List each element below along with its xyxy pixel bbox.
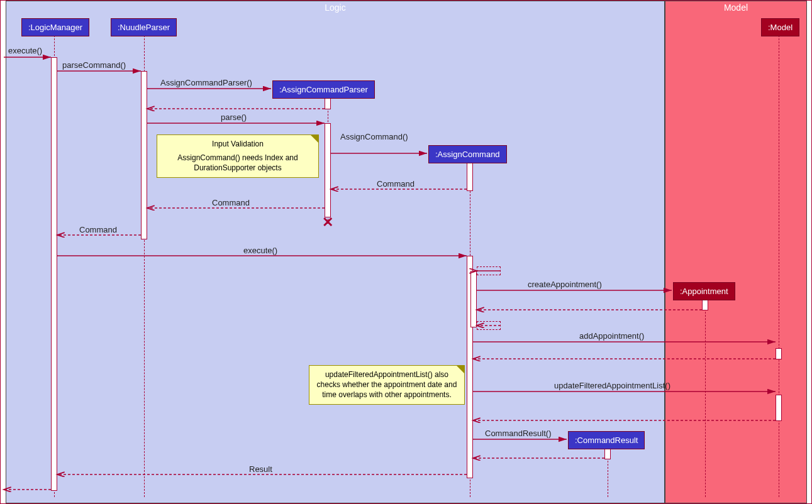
participant-logic-manager: :LogicManager — [21, 18, 89, 36]
activation-command-result — [604, 448, 611, 459]
participant-assign-command: :AssignCommand — [428, 145, 507, 163]
msg-parsecommand: parseCommand() — [62, 60, 126, 70]
participant-assign-command-parser: :AssignCommandParser — [272, 80, 375, 99]
note-update-filtered: updateFilteredAppointmentList() also che… — [309, 365, 465, 405]
participant-model: :Model — [761, 18, 799, 36]
participant-nuudle-parser: :NuudleParser — [111, 18, 177, 36]
activation-assign-command-nested — [470, 271, 477, 327]
lifeline-appointment — [705, 299, 706, 497]
activation-assign-command-1 — [467, 163, 473, 191]
participant-command-result: :CommandResult — [568, 431, 645, 449]
self-call-box-start — [477, 266, 501, 275]
msg-assign-parser-ctor: AssignCommandParser() — [160, 78, 252, 87]
msg-assign-command-ctor: AssignCommand() — [340, 132, 408, 141]
msg-command-3: Command — [79, 225, 117, 234]
lifeline-model — [779, 35, 779, 497]
activation-assign-parser-1 — [325, 98, 331, 109]
activation-appointment — [702, 299, 708, 310]
activation-assign-parser-2 — [325, 123, 331, 217]
msg-create-appointment: createAppointment() — [528, 280, 602, 289]
msg-parse: parse() — [221, 112, 247, 122]
msg-update-filtered: updateFilteredAppointmentList() — [554, 381, 670, 390]
partition-model-title: Model — [665, 1, 806, 14]
msg-execute: execute() — [8, 46, 42, 55]
activation-nuudle-parser — [141, 71, 147, 239]
partition-model: Model — [665, 1, 807, 503]
sequence-diagram: Logic Model :LogicManager :NuudleParser … — [0, 0, 812, 504]
self-call-box-end — [477, 321, 501, 330]
msg-command-1: Command — [377, 179, 414, 189]
note-input-validation: Input Validation AssignCommand() needs I… — [157, 134, 319, 178]
destroy-icon: ✕ — [322, 214, 333, 231]
participant-appointment: :Appointment — [673, 282, 735, 300]
note-title: Input Validation — [162, 139, 313, 149]
msg-command-result-ctor: CommandResult() — [485, 429, 551, 438]
msg-execute2: execute() — [243, 246, 277, 255]
msg-result: Result — [249, 464, 272, 474]
activation-model-2 — [776, 395, 782, 421]
activation-logic-manager — [51, 57, 57, 491]
activation-model-1 — [776, 348, 782, 359]
partition-logic: Logic — [6, 1, 665, 503]
msg-command-2: Command — [212, 198, 250, 207]
note-body: AssignCommand() needs Index and Duration… — [162, 153, 313, 173]
partition-logic-title: Logic — [6, 1, 664, 14]
msg-add-appointment: addAppointment() — [579, 331, 644, 341]
